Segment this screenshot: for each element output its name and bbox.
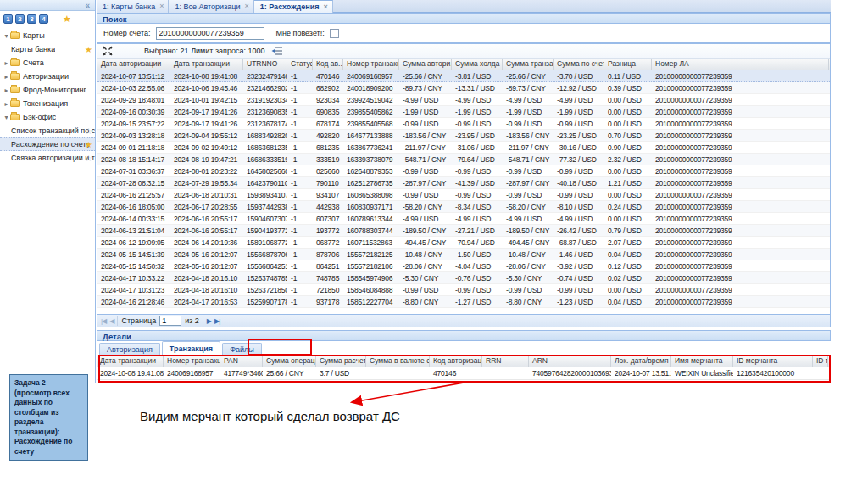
- table-row[interactable]: 2024-10-03 22:55:062024-10-06 19:45:4623…: [97, 82, 830, 94]
- expand-icon[interactable]: [102, 46, 114, 57]
- account-number-input[interactable]: [156, 27, 264, 40]
- page-number-input[interactable]: [159, 316, 181, 326]
- column-header[interactable]: RRN: [482, 355, 529, 367]
- favorite-star-icon[interactable]: ★: [85, 45, 92, 54]
- table-row[interactable]: 2024-04-16 21:28:462024-04-17 20:16:5315…: [97, 296, 830, 308]
- sidebar-item-бэк-офис[interactable]: ▾Бэк-офис: [0, 110, 95, 124]
- column-header[interactable]: Номер транзакции: [164, 355, 220, 367]
- node-collapsed-icon[interactable]: ▸: [3, 73, 10, 81]
- sidebar-item-карты[interactable]: ▾Карты: [0, 29, 95, 42]
- grid-cell: -58.20 / CNY: [399, 201, 452, 212]
- table-row[interactable]: 2024-05-15 14:51:392024-05-16 20:12:0715…: [97, 249, 830, 260]
- grid-cell: 15938934107: [243, 189, 287, 200]
- details-tab-авторизация[interactable]: Авторизация: [99, 343, 160, 355]
- column-header[interactable]: Статус: [287, 59, 313, 70]
- grid-cell: -5.30 / CNY: [399, 272, 452, 283]
- column-header[interactable]: ARN: [529, 355, 611, 367]
- column-header[interactable]: Лок. дата/время: [611, 355, 671, 367]
- column-header[interactable]: ID мерчанта: [733, 355, 813, 367]
- tab-close-icon[interactable]: ×: [244, 3, 248, 10]
- lucky-checkbox[interactable]: [330, 29, 339, 38]
- sidebar-item-расхождение-по-счету[interactable]: Расхождение по счету★: [0, 137, 95, 151]
- node-collapsed-icon[interactable]: ▸: [3, 100, 10, 108]
- column-header[interactable]: Сумма расчетов: [316, 355, 366, 367]
- column-header[interactable]: ID термина: [813, 355, 828, 367]
- table-row[interactable]: 2024-09-16 00:30:392024-09-17 19:41:2623…: [97, 106, 830, 118]
- column-header[interactable]: Сумма операции: [263, 355, 316, 367]
- table-row[interactable]: 2024-06-14 00:33:152024-06-16 20:55:1715…: [97, 213, 830, 225]
- tab-1-все-авторизаци[interactable]: 1: Все Авторизаци×: [169, 0, 253, 13]
- node-expanded-icon[interactable]: ▾: [3, 114, 10, 121]
- table-row[interactable]: 2024-05-15 14:50:322024-05-16 20:12:0715…: [97, 260, 830, 272]
- column-header[interactable]: Дата транзакции: [170, 59, 243, 70]
- next-page-icon[interactable]: ▶: [207, 317, 211, 325]
- sidebar-item-список-транзакций-по-сч[interactable]: Список транзакций по сч☆: [0, 124, 95, 137]
- tab-close-icon[interactable]: ×: [159, 3, 164, 10]
- sidebar-item-связка-авторизации-и-тр[interactable]: Связка авторизации и тр☆: [0, 151, 95, 165]
- table-row[interactable]: 2024-10-07 13:51:122024-10-08 19:41:0823…: [97, 70, 830, 82]
- column-header[interactable]: Код ав...: [313, 59, 343, 70]
- table-row[interactable]: 2024-04-17 10:33:222024-04-18 20:16:1015…: [97, 272, 830, 284]
- column-header[interactable]: Номер транзакции: [343, 59, 399, 70]
- tab-1-карты-банка[interactable]: 1: Карты банка×: [97, 0, 169, 13]
- sidebar-item-счета[interactable]: ▸Счета: [0, 56, 95, 70]
- details-grid: Дата транзакцииНомер транзакцииPANСумма …: [97, 355, 831, 380]
- prev-page-icon[interactable]: ◀: [109, 317, 114, 325]
- table-row[interactable]: 2024-09-03 13:28:182024-09-04 19:55:1216…: [97, 130, 830, 142]
- quick-button-2[interactable]: 2: [15, 14, 25, 24]
- page-label: Страница: [121, 316, 156, 325]
- column-header[interactable]: UTRNNO: [243, 59, 287, 70]
- details-grid-row[interactable]: 2024-10-08 19:41:08240069168957417749*34…: [97, 367, 831, 380]
- quick-button-3[interactable]: 3: [27, 14, 36, 24]
- sidebar-item-авторизации[interactable]: ▸Авторизации: [0, 70, 95, 83]
- tab-close-icon[interactable]: ×: [324, 3, 328, 11]
- column-header[interactable]: Имя мерчанта: [671, 355, 733, 367]
- table-row[interactable]: 2024-06-16 18:05:002024-06-17 20:28:5515…: [97, 201, 830, 213]
- column-header[interactable]: Сумма по счету: [554, 59, 604, 70]
- grid-cell: 20100000000077239359: [652, 165, 829, 176]
- column-header[interactable]: Разница: [604, 59, 652, 70]
- node-collapsed-icon[interactable]: ▸: [3, 87, 10, 94]
- favorite-star-icon[interactable]: ★: [63, 14, 71, 25]
- table-row[interactable]: 2024-06-16 21:25:572024-06-18 20:10:3115…: [97, 189, 830, 201]
- grid-cell: 239924519042: [343, 94, 399, 105]
- favorite-star-icon[interactable]: ★: [85, 140, 92, 149]
- table-row[interactable]: 2024-06-12 19:09:052024-06-14 20:19:3615…: [97, 237, 830, 249]
- details-cell: 470146: [430, 367, 482, 379]
- column-header[interactable]: Сумма автори...: [399, 59, 452, 70]
- table-row[interactable]: 2024-07-28 08:32:152024-07-29 19:55:3416…: [97, 177, 830, 189]
- table-row[interactable]: 2024-04-17 10:31:232024-04-18 20:16:1015…: [97, 284, 830, 296]
- quick-button-4[interactable]: 4: [39, 14, 48, 24]
- details-tab-файлы[interactable]: Файлы: [222, 343, 262, 355]
- last-page-icon[interactable]: ▶|: [214, 317, 220, 325]
- tab-1-расхождения[interactable]: 1: Расхождения×: [254, 0, 333, 13]
- grid-cell: -494.45 / CNY: [399, 237, 452, 248]
- column-header[interactable]: Дата авторизации: [97, 59, 170, 70]
- quick-button-1[interactable]: 1: [3, 14, 13, 24]
- first-page-icon[interactable]: |◀: [101, 317, 106, 325]
- sidebar-item-фрод-мониторинг[interactable]: ▸Фрод-Мониторинг: [0, 83, 95, 97]
- sidebar-item-токенизация[interactable]: ▸Токенизация: [0, 97, 95, 110]
- table-row[interactable]: 2024-09-15 23:57:222024-09-17 19:41:2623…: [97, 118, 830, 130]
- column-header[interactable]: Дата транзакции: [97, 355, 164, 367]
- column-header[interactable]: Номер ЛА: [652, 59, 829, 70]
- table-row[interactable]: 2024-09-29 18:48:012024-10-01 19:42:1523…: [97, 94, 830, 106]
- table-row[interactable]: 2024-08-18 15:14:172024-08-19 19:47:2116…: [97, 154, 830, 165]
- favorite-star-icon[interactable]: ☆: [85, 154, 92, 163]
- details-tab-транзакция[interactable]: Транзакция: [162, 341, 220, 355]
- column-header[interactable]: Код авторизации: [430, 355, 482, 367]
- column-header[interactable]: PAN: [220, 355, 263, 367]
- column-header[interactable]: Сумма в валюте счета: [366, 355, 430, 367]
- column-header[interactable]: Сумма транзак...: [503, 59, 554, 70]
- table-row[interactable]: 2024-06-13 21:51:042024-06-16 20:55:1715…: [97, 225, 830, 237]
- collapse-sidebar-icon[interactable]: «: [85, 0, 90, 11]
- column-header[interactable]: Сумма холда: [452, 59, 503, 70]
- node-expanded-icon[interactable]: ▾: [3, 32, 10, 40]
- table-row[interactable]: 2024-07-31 03:36:372024-08-01 20:23:2216…: [97, 165, 830, 177]
- grid-cell: -1: [287, 106, 313, 117]
- table-row[interactable]: 2024-09-01 21:18:182024-09-02 19:49:1216…: [97, 142, 830, 154]
- favorite-star-icon[interactable]: ☆: [85, 126, 92, 136]
- sidebar-item-карты-банка[interactable]: Карты банка★: [0, 42, 95, 56]
- filter-clear-icon[interactable]: [271, 46, 283, 57]
- node-collapsed-icon[interactable]: ▸: [3, 59, 10, 67]
